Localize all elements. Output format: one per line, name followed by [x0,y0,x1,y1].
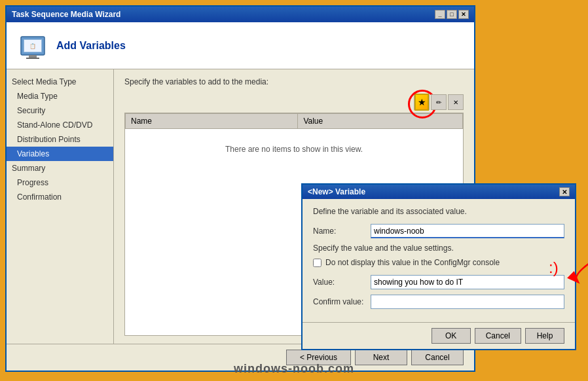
column-value: Value [298,114,463,129]
svg-rect-3 [26,58,39,59]
star-icon: ★ [414,94,429,111]
value-row: Value: [313,275,564,289]
confirm-value-row: Confirm value: [313,295,564,309]
wizard-titlebar: Task Sequence Media Wizard _ □ ✕ [7,7,474,22]
dialog-close-button[interactable]: ✕ [559,187,570,196]
sidebar-item-security[interactable]: Security [7,103,113,118]
minimize-button[interactable]: _ [435,10,445,19]
delete-variable-button[interactable]: ✕ [448,94,464,110]
maximize-button[interactable]: □ [447,10,457,19]
checkbox-row: Do not display this value in the ConfigM… [313,258,564,267]
svg-text:📋: 📋 [29,43,36,49]
new-variable-dialog: <New> Variable ✕ Define the variable and… [301,183,576,350]
empty-message: There are no items to show in this view. [126,129,463,170]
dialog-description: Define the variable and its associated v… [313,207,564,216]
add-variable-button[interactable]: ★ [414,94,430,110]
sidebar-item-stand-alone[interactable]: Stand-Alone CD/DVD [7,118,113,132]
dialog-body: Define the variable and its associated v… [303,199,575,322]
wizard-header: 📋 Add Variables [7,22,474,69]
dialog-cancel-button[interactable]: Cancel [475,328,521,344]
sidebar-item-media-type[interactable]: Media Type [7,89,113,103]
content-description: Specify the variables to add to the medi… [124,77,464,86]
checkbox-label: Do not display this value in the ConfigM… [325,258,500,267]
content-toolbar: ★ ✏ ✕ [124,94,464,110]
watermark: windows-noob.com [0,362,588,376]
sidebar-item-distribution-points[interactable]: Distribution Points [7,132,113,147]
empty-message-text: There are no items to show in this view. [131,132,458,167]
sidebar-item-confirmation[interactable]: Confirmation [7,190,113,204]
wizard-sidebar: Select Media Type Media Type Security St… [7,69,114,344]
value-input[interactable] [371,275,564,289]
wizard-icon: 📋 [17,30,48,62]
ok-button[interactable]: OK [432,328,471,344]
sidebar-item-progress[interactable]: Progress [7,175,113,190]
titlebar-buttons: _ □ ✕ [435,10,469,19]
dialog-footer: OK Cancel Help [303,322,575,349]
help-button[interactable]: Help [525,328,564,344]
name-input[interactable] [371,224,564,238]
sidebar-item-variables[interactable]: Variables [7,147,113,161]
sidebar-item-summary[interactable]: Summary [7,161,113,175]
arrow-annotation [564,255,588,288]
svg-rect-2 [29,55,37,58]
wizard-header-title: Add Variables [56,40,126,52]
name-row: Name: [313,224,564,238]
hide-value-checkbox[interactable] [313,259,322,267]
value-label: Value: [313,278,365,287]
dialog-titlebar: <New> Variable ✕ [303,185,575,199]
close-button[interactable]: ✕ [458,10,469,19]
confirm-label: Confirm value: [313,297,365,306]
edit-variable-button[interactable]: ✏ [431,94,447,110]
wizard-title: Task Sequence Media Wizard [12,10,120,19]
column-name: Name [126,114,298,129]
section-desc: Specify the value and the value settings… [313,244,564,253]
sidebar-item-select-media-type[interactable]: Select Media Type [7,75,113,89]
confirm-value-input[interactable] [371,295,564,309]
name-label: Name: [313,227,365,236]
dialog-title: <New> Variable [308,187,365,196]
